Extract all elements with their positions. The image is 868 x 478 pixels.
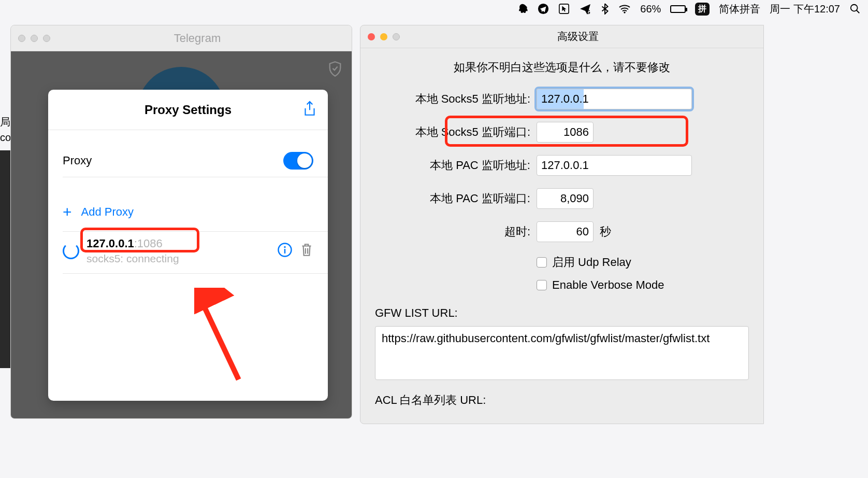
socks5-port-row: 本地 Socks5 监听端口:: [375, 122, 749, 143]
delete-button[interactable]: [300, 242, 313, 260]
timeout-suffix: 秒: [600, 224, 611, 240]
bluetooth-icon[interactable]: [601, 3, 609, 15]
telegram-titlebar: Telegram: [11, 25, 352, 51]
send-tray-icon[interactable]: G: [579, 3, 591, 15]
gfw-section: GFW LIST URL:: [375, 306, 749, 382]
verbose-checkbox[interactable]: [537, 280, 547, 290]
traffic-lights[interactable]: [18, 35, 50, 42]
pac-address-row: 本地 PAC 监听地址:: [375, 155, 749, 176]
socks5-address-row: 本地 Socks5 监听地址:: [375, 89, 749, 109]
advanced-titlebar: 高级设置: [360, 25, 763, 48]
advanced-settings-window: 高级设置 如果你不明白这些选项是什么，请不要修改 本地 Socks5 监听地址:…: [360, 25, 764, 424]
proxy-address: 127.0.0.1:1086: [86, 237, 270, 250]
gfw-url-textarea[interactable]: [375, 326, 749, 380]
udp-relay-label: 启用 Udp Relay: [552, 255, 631, 270]
proxy-popup-header: Proxy Settings: [48, 90, 328, 130]
proxy-port: :1086: [134, 237, 163, 250]
plus-icon: +: [63, 203, 72, 221]
udp-relay-row[interactable]: 启用 Udp Relay: [537, 255, 749, 270]
bg-text-1: 局: [0, 114, 11, 130]
ime-name[interactable]: 简体拼音: [719, 2, 760, 16]
close-dot[interactable]: [18, 35, 25, 42]
gfw-label: GFW LIST URL:: [375, 306, 749, 320]
udp-relay-checkbox[interactable]: [537, 257, 547, 268]
close-dot[interactable]: [368, 33, 375, 40]
verbose-row[interactable]: Enable Verbose Mode: [537, 278, 749, 292]
proxy-settings-popup: Proxy Settings Proxy + Add Proxy: [48, 90, 328, 401]
pac-port-label: 本地 PAC 监听端口:: [375, 191, 530, 206]
proxy-popup-title: Proxy Settings: [144, 103, 232, 117]
timeout-input[interactable]: [537, 221, 594, 242]
connecting-spinner-icon: [63, 243, 79, 259]
telegram-title: Telegram: [50, 32, 344, 45]
svg-point-7: [284, 246, 286, 248]
wifi-icon[interactable]: [618, 4, 631, 13]
zoom-dot[interactable]: [393, 33, 400, 40]
telegram-tray-icon[interactable]: [538, 3, 549, 15]
divider: [63, 273, 328, 274]
svg-point-4: [851, 5, 858, 11]
svg-text:G: G: [586, 9, 590, 15]
minimize-dot[interactable]: [31, 35, 38, 42]
ime-indicator-icon[interactable]: 拼: [695, 3, 710, 16]
advanced-body: 如果你不明白这些选项是什么，请不要修改 本地 Socks5 监听地址: 本地 S…: [360, 48, 763, 419]
proxy-status: socks5: connecting: [86, 252, 270, 265]
telegram-window: Telegram Proxy Settings Proxy: [10, 25, 352, 419]
pac-port-row: 本地 PAC 监听端口:: [375, 188, 749, 209]
socks5-port-input[interactable]: [537, 122, 594, 143]
proxy-label: Proxy: [63, 154, 283, 167]
qq-icon[interactable]: [517, 3, 528, 15]
verbose-label: Enable Verbose Mode: [552, 278, 664, 292]
battery-percent: 66%: [640, 3, 661, 15]
zoom-dot[interactable]: [43, 35, 50, 42]
socks5-port-label: 本地 Socks5 监听端口:: [375, 124, 530, 140]
bg-text-2: co: [0, 130, 11, 145]
info-button[interactable]: [277, 242, 293, 260]
clock[interactable]: 周一 下午12:07: [770, 2, 840, 16]
svg-point-3: [624, 11, 626, 13]
proxy-popup-content: Proxy + Add Proxy 127.0.0.1:1086: [48, 130, 328, 274]
bg-dark-block: [0, 150, 11, 368]
telegram-body: Proxy Settings Proxy + Add Proxy: [11, 51, 352, 418]
battery-icon[interactable]: [670, 5, 686, 13]
timeout-row: 超时: 秒: [375, 221, 749, 242]
socks5-address-label: 本地 Socks5 监听地址:: [375, 91, 530, 107]
advanced-title: 高级设置: [400, 30, 756, 44]
spotlight-icon[interactable]: [849, 3, 861, 15]
socks5-address-input[interactable]: [537, 89, 692, 109]
cursor-tray-icon[interactable]: [558, 3, 570, 15]
minimize-dot[interactable]: [380, 33, 387, 40]
traffic-lights[interactable]: [368, 33, 400, 40]
macos-menubar: G 66% 拼 简体拼音 周一 下午12:07: [510, 0, 868, 18]
add-proxy-button[interactable]: + Add Proxy: [48, 193, 328, 231]
proxy-toggle-row: Proxy: [48, 145, 328, 177]
pac-address-label: 本地 PAC 监听地址:: [375, 158, 530, 173]
proxy-host: 127.0.0.1: [86, 237, 134, 250]
pac-address-input[interactable]: [537, 155, 692, 176]
add-proxy-label: Add Proxy: [81, 205, 134, 219]
svg-line-5: [857, 10, 860, 13]
background-sidebar: 局 co: [0, 114, 11, 368]
proxy-entry[interactable]: 127.0.0.1:1086 socks5: connecting: [48, 232, 328, 273]
pac-port-input[interactable]: [537, 188, 594, 209]
timeout-label: 超时:: [375, 224, 530, 240]
share-button[interactable]: [303, 101, 316, 119]
proxy-toggle[interactable]: [283, 152, 313, 170]
shield-icon[interactable]: [328, 61, 342, 79]
advanced-warning: 如果你不明白这些选项是什么，请不要修改: [375, 60, 749, 75]
svg-rect-8: [284, 249, 286, 254]
acl-label: ACL 白名单列表 URL:: [375, 392, 749, 408]
